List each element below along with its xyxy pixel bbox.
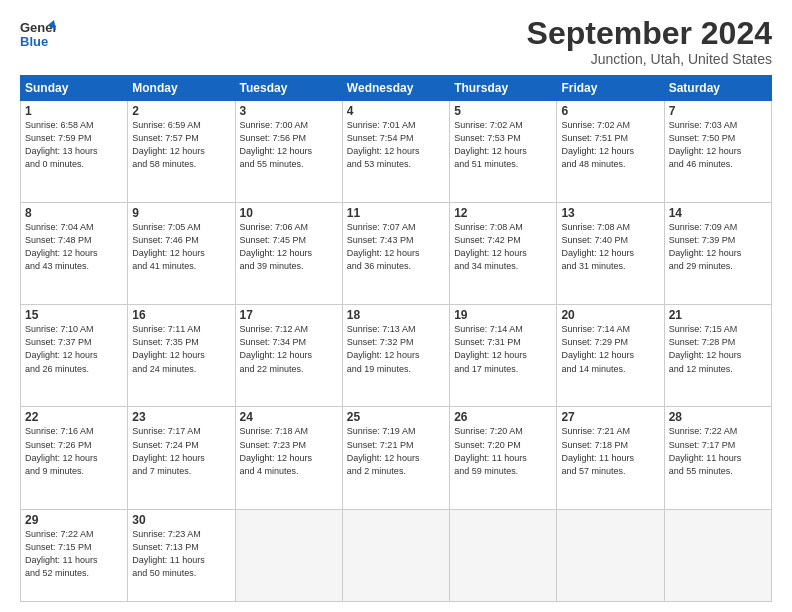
day-number: 11 — [347, 206, 445, 220]
calendar-cell — [450, 509, 557, 601]
calendar-week-row: 29Sunrise: 7:22 AM Sunset: 7:15 PM Dayli… — [21, 509, 772, 601]
day-info: Sunrise: 7:22 AM Sunset: 7:15 PM Dayligh… — [25, 528, 123, 580]
day-info: Sunrise: 7:06 AM Sunset: 7:45 PM Dayligh… — [240, 221, 338, 273]
day-number: 27 — [561, 410, 659, 424]
calendar-day-header: Saturday — [664, 76, 771, 101]
day-number: 14 — [669, 206, 767, 220]
calendar-cell: 25Sunrise: 7:19 AM Sunset: 7:21 PM Dayli… — [342, 407, 449, 509]
svg-text:Blue: Blue — [20, 34, 48, 49]
calendar-cell: 8Sunrise: 7:04 AM Sunset: 7:48 PM Daylig… — [21, 203, 128, 305]
day-info: Sunrise: 7:02 AM Sunset: 7:51 PM Dayligh… — [561, 119, 659, 171]
day-info: Sunrise: 7:10 AM Sunset: 7:37 PM Dayligh… — [25, 323, 123, 375]
day-info: Sunrise: 7:15 AM Sunset: 7:28 PM Dayligh… — [669, 323, 767, 375]
day-number: 17 — [240, 308, 338, 322]
day-number: 9 — [132, 206, 230, 220]
day-info: Sunrise: 7:13 AM Sunset: 7:32 PM Dayligh… — [347, 323, 445, 375]
calendar-cell: 22Sunrise: 7:16 AM Sunset: 7:26 PM Dayli… — [21, 407, 128, 509]
calendar-cell: 26Sunrise: 7:20 AM Sunset: 7:20 PM Dayli… — [450, 407, 557, 509]
day-info: Sunrise: 7:02 AM Sunset: 7:53 PM Dayligh… — [454, 119, 552, 171]
day-info: Sunrise: 7:14 AM Sunset: 7:29 PM Dayligh… — [561, 323, 659, 375]
day-info: Sunrise: 7:04 AM Sunset: 7:48 PM Dayligh… — [25, 221, 123, 273]
day-number: 19 — [454, 308, 552, 322]
calendar-cell: 11Sunrise: 7:07 AM Sunset: 7:43 PM Dayli… — [342, 203, 449, 305]
day-info: Sunrise: 6:59 AM Sunset: 7:57 PM Dayligh… — [132, 119, 230, 171]
day-info: Sunrise: 7:11 AM Sunset: 7:35 PM Dayligh… — [132, 323, 230, 375]
calendar-cell: 20Sunrise: 7:14 AM Sunset: 7:29 PM Dayli… — [557, 305, 664, 407]
day-info: Sunrise: 7:07 AM Sunset: 7:43 PM Dayligh… — [347, 221, 445, 273]
day-info: Sunrise: 7:18 AM Sunset: 7:23 PM Dayligh… — [240, 425, 338, 477]
calendar-header-row: SundayMondayTuesdayWednesdayThursdayFrid… — [21, 76, 772, 101]
calendar-cell: 14Sunrise: 7:09 AM Sunset: 7:39 PM Dayli… — [664, 203, 771, 305]
calendar-week-row: 1Sunrise: 6:58 AM Sunset: 7:59 PM Daylig… — [21, 101, 772, 203]
day-info: Sunrise: 7:01 AM Sunset: 7:54 PM Dayligh… — [347, 119, 445, 171]
calendar-cell: 16Sunrise: 7:11 AM Sunset: 7:35 PM Dayli… — [128, 305, 235, 407]
calendar-cell: 18Sunrise: 7:13 AM Sunset: 7:32 PM Dayli… — [342, 305, 449, 407]
calendar-cell: 28Sunrise: 7:22 AM Sunset: 7:17 PM Dayli… — [664, 407, 771, 509]
calendar-cell: 5Sunrise: 7:02 AM Sunset: 7:53 PM Daylig… — [450, 101, 557, 203]
day-number: 2 — [132, 104, 230, 118]
day-number: 7 — [669, 104, 767, 118]
calendar-day-header: Friday — [557, 76, 664, 101]
day-number: 5 — [454, 104, 552, 118]
calendar-cell: 6Sunrise: 7:02 AM Sunset: 7:51 PM Daylig… — [557, 101, 664, 203]
calendar-cell: 29Sunrise: 7:22 AM Sunset: 7:15 PM Dayli… — [21, 509, 128, 601]
calendar-cell: 24Sunrise: 7:18 AM Sunset: 7:23 PM Dayli… — [235, 407, 342, 509]
day-number: 18 — [347, 308, 445, 322]
day-number: 13 — [561, 206, 659, 220]
day-info: Sunrise: 7:19 AM Sunset: 7:21 PM Dayligh… — [347, 425, 445, 477]
day-info: Sunrise: 7:05 AM Sunset: 7:46 PM Dayligh… — [132, 221, 230, 273]
day-info: Sunrise: 7:08 AM Sunset: 7:42 PM Dayligh… — [454, 221, 552, 273]
day-number: 8 — [25, 206, 123, 220]
calendar-day-header: Sunday — [21, 76, 128, 101]
day-number: 3 — [240, 104, 338, 118]
day-number: 22 — [25, 410, 123, 424]
calendar-cell — [235, 509, 342, 601]
calendar-cell: 4Sunrise: 7:01 AM Sunset: 7:54 PM Daylig… — [342, 101, 449, 203]
day-info: Sunrise: 7:16 AM Sunset: 7:26 PM Dayligh… — [25, 425, 123, 477]
header: General Blue September 2024 Junction, Ut… — [20, 16, 772, 67]
calendar-cell: 27Sunrise: 7:21 AM Sunset: 7:18 PM Dayli… — [557, 407, 664, 509]
day-info: Sunrise: 7:23 AM Sunset: 7:13 PM Dayligh… — [132, 528, 230, 580]
day-info: Sunrise: 7:08 AM Sunset: 7:40 PM Dayligh… — [561, 221, 659, 273]
day-info: Sunrise: 7:17 AM Sunset: 7:24 PM Dayligh… — [132, 425, 230, 477]
day-info: Sunrise: 7:14 AM Sunset: 7:31 PM Dayligh… — [454, 323, 552, 375]
calendar-cell: 7Sunrise: 7:03 AM Sunset: 7:50 PM Daylig… — [664, 101, 771, 203]
calendar-cell: 9Sunrise: 7:05 AM Sunset: 7:46 PM Daylig… — [128, 203, 235, 305]
logo-svg: General Blue — [20, 16, 56, 52]
calendar-cell: 17Sunrise: 7:12 AM Sunset: 7:34 PM Dayli… — [235, 305, 342, 407]
calendar-cell: 13Sunrise: 7:08 AM Sunset: 7:40 PM Dayli… — [557, 203, 664, 305]
calendar-week-row: 15Sunrise: 7:10 AM Sunset: 7:37 PM Dayli… — [21, 305, 772, 407]
day-info: Sunrise: 7:21 AM Sunset: 7:18 PM Dayligh… — [561, 425, 659, 477]
day-info: Sunrise: 7:12 AM Sunset: 7:34 PM Dayligh… — [240, 323, 338, 375]
day-number: 16 — [132, 308, 230, 322]
calendar-cell: 3Sunrise: 7:00 AM Sunset: 7:56 PM Daylig… — [235, 101, 342, 203]
calendar-cell: 15Sunrise: 7:10 AM Sunset: 7:37 PM Dayli… — [21, 305, 128, 407]
day-info: Sunrise: 7:22 AM Sunset: 7:17 PM Dayligh… — [669, 425, 767, 477]
calendar-cell: 23Sunrise: 7:17 AM Sunset: 7:24 PM Dayli… — [128, 407, 235, 509]
calendar-day-header: Thursday — [450, 76, 557, 101]
svg-text:General: General — [20, 20, 56, 35]
day-number: 21 — [669, 308, 767, 322]
main-title: September 2024 — [527, 16, 772, 51]
calendar-cell — [557, 509, 664, 601]
calendar-cell: 2Sunrise: 6:59 AM Sunset: 7:57 PM Daylig… — [128, 101, 235, 203]
calendar-cell: 30Sunrise: 7:23 AM Sunset: 7:13 PM Dayli… — [128, 509, 235, 601]
calendar-cell — [664, 509, 771, 601]
day-number: 26 — [454, 410, 552, 424]
day-info: Sunrise: 7:20 AM Sunset: 7:20 PM Dayligh… — [454, 425, 552, 477]
subtitle: Junction, Utah, United States — [527, 51, 772, 67]
calendar-cell: 1Sunrise: 6:58 AM Sunset: 7:59 PM Daylig… — [21, 101, 128, 203]
day-number: 10 — [240, 206, 338, 220]
day-number: 1 — [25, 104, 123, 118]
day-number: 4 — [347, 104, 445, 118]
calendar-day-header: Monday — [128, 76, 235, 101]
calendar-cell: 12Sunrise: 7:08 AM Sunset: 7:42 PM Dayli… — [450, 203, 557, 305]
calendar: SundayMondayTuesdayWednesdayThursdayFrid… — [20, 75, 772, 602]
day-info: Sunrise: 6:58 AM Sunset: 7:59 PM Dayligh… — [25, 119, 123, 171]
calendar-cell — [342, 509, 449, 601]
day-number: 28 — [669, 410, 767, 424]
day-number: 30 — [132, 513, 230, 527]
day-info: Sunrise: 7:00 AM Sunset: 7:56 PM Dayligh… — [240, 119, 338, 171]
day-info: Sunrise: 7:03 AM Sunset: 7:50 PM Dayligh… — [669, 119, 767, 171]
day-number: 23 — [132, 410, 230, 424]
